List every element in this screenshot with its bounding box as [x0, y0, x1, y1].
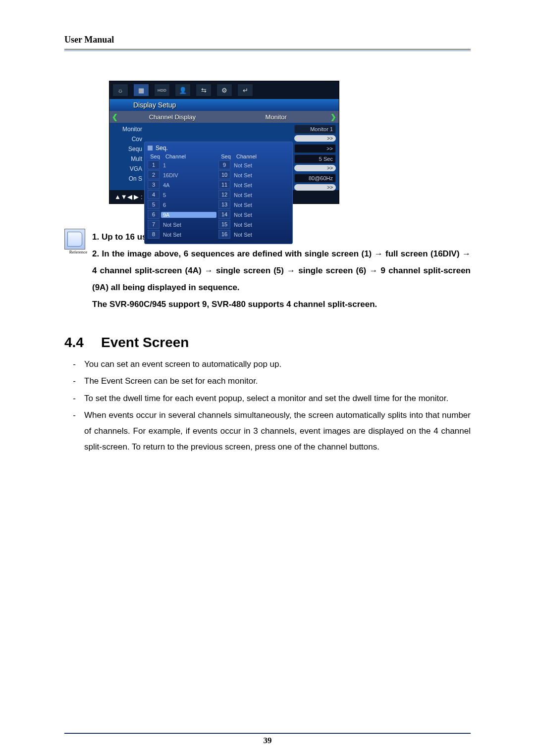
screenshot-figure: ☼ ▦ HDD 👤 ⇆ ⚙ ↵ Display Setup ❮ Channel …: [109, 81, 339, 204]
sequence-channel: 16DIV: [161, 172, 218, 178]
section-number: 4.4: [64, 335, 101, 351]
network-icon[interactable]: ⇆: [196, 84, 212, 97]
section-heading: 4.4Event Screen: [64, 335, 471, 351]
sequence-channel: Not Set: [232, 182, 289, 188]
sequence-number: 14: [218, 210, 230, 219]
sequence-channel: 5: [161, 192, 218, 198]
list-item: -The Event Screen can be set for each mo…: [64, 373, 471, 389]
sequence-channel: Not Set: [161, 232, 218, 238]
sequence-channel: Not Set: [232, 172, 289, 178]
sequence-channel: Not Set: [232, 232, 289, 238]
right-value-panel: Monitor 1 >> >> 5 Sec >> 80@60Hz >>: [294, 125, 336, 193]
sequence-number: 13: [218, 200, 230, 209]
sequence-row[interactable]: 16Not Set: [218, 230, 289, 240]
sequence-row[interactable]: 15Not Set: [218, 220, 289, 230]
sequence-number: 3: [148, 180, 160, 189]
grid-icon[interactable]: ▦: [133, 84, 149, 97]
sequence-row[interactable]: 10Not Set: [218, 170, 289, 180]
col-seq-left: Seq: [148, 153, 162, 159]
divider-top-black: [64, 49, 471, 50]
gear-icon[interactable]: ⚙: [216, 84, 232, 97]
list-item: -You can set an event screen to automati…: [64, 356, 471, 372]
exit-icon[interactable]: ↵: [237, 84, 253, 97]
sequence-channel: 9A: [161, 212, 216, 218]
sun-icon[interactable]: ☼: [112, 84, 128, 97]
tab-next-icon[interactable]: ❯: [328, 113, 339, 121]
user-icon[interactable]: 👤: [175, 84, 191, 97]
divider-bottom-black: [64, 733, 471, 734]
sequence-row[interactable]: 11Not Set: [218, 180, 289, 190]
section-title: Event Screen: [101, 335, 189, 350]
sequence-row[interactable]: 69A: [148, 210, 218, 220]
value-monitor1[interactable]: Monitor 1: [294, 125, 336, 134]
sequence-row[interactable]: 7Not Set: [148, 220, 218, 230]
value-selector-1[interactable]: >>: [294, 135, 336, 142]
col-channel-right: Channel: [233, 153, 289, 159]
value-selector-2[interactable]: >>: [294, 165, 336, 171]
value-resolution[interactable]: 80@60Hz: [294, 174, 336, 183]
sequence-row[interactable]: 11: [148, 160, 218, 170]
tab-prev-icon[interactable]: ❮: [109, 113, 120, 121]
sequence-number: 10: [218, 170, 230, 179]
sequence-row[interactable]: 216DIV: [148, 170, 218, 180]
col-channel-left: Channel: [162, 153, 218, 159]
sequence-row[interactable]: 12Not Set: [218, 190, 289, 200]
value-gt[interactable]: >>: [294, 144, 336, 153]
divider-top-blue: [64, 50, 471, 51]
label-ons: On S: [113, 175, 144, 182]
grid-small-icon: [148, 146, 153, 151]
sequence-channel: Not Set: [232, 162, 289, 168]
sequence-number: 11: [218, 180, 230, 189]
popup-title: Seq.: [156, 145, 168, 151]
sequence-channel: Not Set: [232, 212, 289, 218]
reference-p2: 2. In the image above, 6 sequences are d…: [92, 246, 471, 296]
sequence-number: 2: [148, 170, 160, 179]
sequence-row[interactable]: 14Not Set: [218, 210, 289, 220]
sequence-number: 6: [148, 210, 160, 219]
value-5sec[interactable]: 5 Sec: [294, 154, 336, 163]
sequence-channel: 1: [161, 162, 218, 168]
label-vga: VGA: [113, 165, 144, 172]
sequence-channel: 6: [161, 202, 218, 208]
list-item: -When events occur in several channels s…: [64, 407, 471, 455]
sequence-row[interactable]: 56: [148, 200, 218, 210]
sequence-row[interactable]: 8Not Set: [148, 230, 218, 240]
label-monitor: Monitor: [113, 126, 144, 133]
sequence-channel: Not Set: [232, 202, 289, 208]
sequence-row[interactable]: 45: [148, 190, 218, 200]
sequence-number: 12: [218, 190, 230, 199]
label-cov: Cov: [113, 136, 144, 143]
sequence-channel: Not Set: [161, 222, 218, 228]
list-item: -To set the dwell time for each event po…: [64, 391, 471, 406]
sequence-row[interactable]: 34A: [148, 180, 218, 190]
reference-icon-label: Reference: [64, 250, 92, 254]
reference-icon: [64, 229, 85, 250]
value-selector-3[interactable]: >>: [294, 184, 336, 191]
sequence-number: 7: [148, 220, 160, 229]
sequence-channel: 4A: [161, 182, 218, 188]
sequence-popup: Seq. SeqChannel 11216DIV34A455669A7Not S…: [144, 142, 293, 244]
label-mult: Mult: [113, 155, 144, 162]
sequence-channel: Not Set: [232, 192, 289, 198]
window-title: Display Setup: [109, 99, 339, 111]
tab-monitor[interactable]: Monitor: [224, 113, 328, 121]
page-number: 39: [64, 736, 471, 746]
sequence-channel: Not Set: [232, 222, 289, 228]
col-seq-right: Seq: [218, 153, 233, 159]
sequence-number: 8: [148, 230, 160, 239]
sequence-number: 1: [148, 160, 160, 169]
sequence-number: 15: [218, 220, 230, 229]
sequence-number: 4: [148, 190, 160, 199]
panel-body: Monitor Cov Sequ Mult VGA On S Monitor 1…: [109, 123, 339, 190]
sequence-row[interactable]: 13Not Set: [218, 200, 289, 210]
popup-title-row: Seq.: [148, 145, 289, 151]
sequence-number: 16: [218, 230, 230, 239]
label-sequ: Sequ: [113, 146, 144, 152]
icon-toolbar: ☼ ▦ HDD 👤 ⇆ ⚙ ↵: [109, 81, 339, 99]
sequence-number: 5: [148, 200, 160, 209]
sequence-row[interactable]: 9Not Set: [218, 160, 289, 170]
reference-p3: The SVR-960C/945 support 9, SVR-480 supp…: [92, 296, 471, 313]
hdd-icon[interactable]: HDD: [154, 84, 170, 97]
sequence-number: 9: [218, 160, 230, 169]
tab-channel-display[interactable]: Channel Display: [120, 113, 224, 121]
